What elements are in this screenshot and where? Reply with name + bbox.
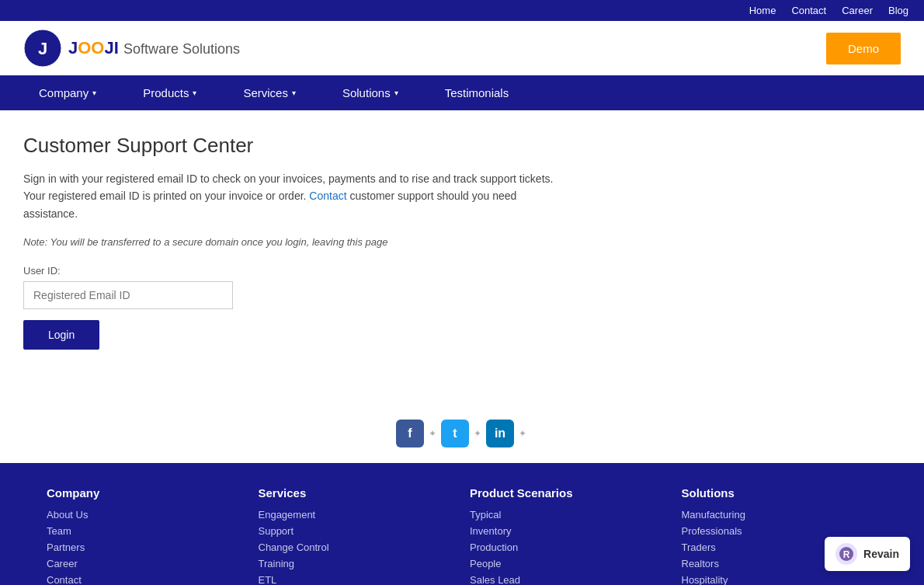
- topbar-home[interactable]: Home: [749, 5, 776, 16]
- nav-products[interactable]: Products ▾: [120, 75, 220, 110]
- footer-company-title: Company: [47, 486, 243, 500]
- footer-professionals[interactable]: Professionals: [682, 525, 878, 537]
- logo-text: JOOJI Software Solutions: [68, 38, 240, 58]
- footer-product-scenarios-col: Product Scenarios Typical Inventory Prod…: [470, 486, 666, 585]
- li-arrow-icon: ✦: [519, 428, 526, 439]
- footer-etl[interactable]: ETL: [259, 574, 455, 585]
- nav-company[interactable]: Company ▾: [16, 75, 120, 110]
- footer-contact[interactable]: Contact: [47, 574, 243, 585]
- solutions-arrow-icon: ▾: [394, 89, 398, 97]
- footer-typical[interactable]: Typical: [470, 509, 666, 521]
- footer-support[interactable]: Support: [259, 525, 455, 537]
- footer-company-col: Company About Us Team Partners Career Co…: [47, 486, 243, 585]
- main-nav: Company ▾ Products ▾ Services ▾ Solution…: [0, 75, 924, 110]
- main-content: Customer Support Center Sign in with you…: [0, 110, 924, 406]
- linkedin-icon[interactable]: in: [486, 420, 514, 447]
- description-text: Sign in with your registered email ID to…: [23, 170, 567, 222]
- logo-j: J: [68, 38, 78, 57]
- social-section: f ✦ t ✦ in ✦: [0, 406, 924, 463]
- nav-services[interactable]: Services ▾: [220, 75, 319, 110]
- tw-arrow-icon: ✦: [474, 428, 481, 439]
- topbar-blog[interactable]: Blog: [888, 5, 908, 16]
- revain-label: Revain: [863, 548, 899, 560]
- footer-training[interactable]: Training: [259, 558, 455, 569]
- logo-icon: J: [23, 29, 62, 68]
- footer-partners[interactable]: Partners: [47, 541, 243, 553]
- header: J JOOJI Software Solutions Demo: [0, 21, 924, 75]
- footer-career[interactable]: Career: [47, 558, 243, 569]
- svg-text:R: R: [843, 549, 850, 560]
- footer: Company About Us Team Partners Career Co…: [0, 463, 924, 585]
- footer-product-scenarios-title: Product Scenarios: [470, 486, 666, 500]
- contact-link[interactable]: Contact: [309, 190, 346, 202]
- footer-manufacturing[interactable]: Manufacturing: [682, 509, 878, 521]
- login-button[interactable]: Login: [23, 320, 99, 350]
- page-title: Customer Support Center: [23, 134, 901, 158]
- logo-ji: JI: [104, 38, 118, 57]
- facebook-icon[interactable]: f: [396, 420, 424, 447]
- footer-inventory[interactable]: Inventory: [470, 525, 666, 537]
- footer-about-us[interactable]: About Us: [47, 509, 243, 521]
- topbar-career[interactable]: Career: [842, 5, 873, 16]
- footer-people[interactable]: People: [470, 558, 666, 569]
- demo-button[interactable]: Demo: [826, 33, 901, 64]
- user-id-form-group: User ID:: [23, 265, 901, 309]
- footer-engagement[interactable]: Engagement: [259, 509, 455, 521]
- nav-testimonials[interactable]: Testimonials: [422, 75, 533, 110]
- note-text: Note: You will be transferred to a secur…: [23, 236, 901, 248]
- topbar-contact[interactable]: Contact: [791, 5, 826, 16]
- footer-solutions-title: Solutions: [682, 486, 878, 500]
- svg-text:J: J: [38, 39, 47, 58]
- logo-area: J JOOJI Software Solutions: [23, 29, 240, 68]
- user-id-input[interactable]: [23, 281, 233, 309]
- footer-production[interactable]: Production: [470, 541, 666, 553]
- footer-team[interactable]: Team: [47, 525, 243, 537]
- nav-solutions[interactable]: Solutions ▾: [319, 75, 422, 110]
- revain-icon: R: [835, 543, 857, 565]
- products-arrow-icon: ▾: [193, 89, 196, 97]
- services-arrow-icon: ▾: [292, 89, 296, 97]
- footer-sales-lead[interactable]: Sales Lead: [470, 574, 666, 585]
- footer-services-title: Services: [259, 486, 455, 500]
- twitter-icon[interactable]: t: [441, 420, 469, 447]
- top-bar: Home Contact Career Blog: [0, 0, 924, 21]
- fb-arrow-icon: ✦: [429, 428, 436, 439]
- user-id-label: User ID:: [23, 265, 901, 277]
- company-arrow-icon: ▾: [92, 89, 96, 97]
- footer-hospitality[interactable]: Hospitality: [682, 574, 878, 585]
- revain-widget[interactable]: R Revain: [825, 537, 910, 571]
- footer-change-control[interactable]: Change Control: [259, 541, 455, 553]
- logo-suffix: Software Solutions: [123, 41, 240, 57]
- logo-oo: OO: [78, 38, 104, 57]
- footer-services-col: Services Engagement Support Change Contr…: [259, 486, 455, 585]
